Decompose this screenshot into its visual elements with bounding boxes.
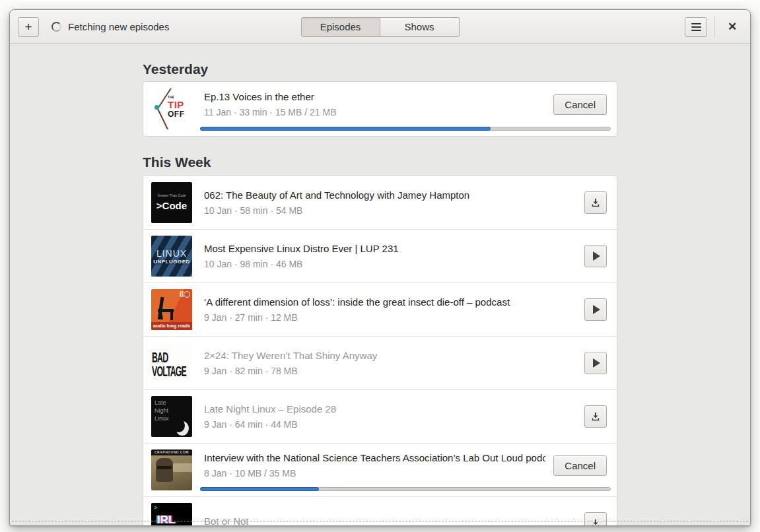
episode-meta: 9 Jan · 82 min · 78 MB [204, 366, 576, 376]
crescent-moon-icon [173, 417, 189, 436]
play-button[interactable] [584, 245, 607, 267]
artwork-shape [156, 458, 173, 482]
loading-spinner-icon [52, 22, 61, 32]
section-heading-yesterday: Yesterday [143, 61, 617, 77]
episode-row: (( audio long reads ‘A different dimensi… [143, 283, 617, 336]
episode-row: LINUX UNPLUGGED Most Expensive Linux Dis… [143, 229, 617, 283]
download-progress-bar [200, 127, 611, 131]
cancel-download-button[interactable]: Cancel [553, 455, 607, 476]
episode-meta: 11 Jan · 33 min · 15 MB / 21 MB [204, 107, 545, 117]
artwork-shape [155, 105, 159, 110]
podcast-artwork-linux-unplugged: LINUX UNPLUGGED [151, 236, 192, 277]
episode-meta: 9 Jan · 64 min · 44 MB [204, 419, 576, 430]
this-week-card: Greater Than Code >Code 062: The Beauty … [143, 175, 617, 525]
yesterday-card: THE TIP OFF Ep.13 Voices in the ether 11… [143, 81, 617, 137]
episodes-view: Yesterday THE TIP OFF Ep [10, 44, 750, 525]
artwork-text: Night [155, 407, 169, 415]
view-switcher: Episodes Shows [301, 17, 460, 37]
podcast-artwork-craphound: CRAPHOUND.COM [151, 449, 192, 490]
episode-info: Ep.13 Voices in the ether 11 Jan · 33 mi… [204, 91, 553, 117]
artwork-shape [171, 463, 192, 472]
download-icon [590, 411, 601, 422]
episode-info: 062: The Beauty of Art and Technology wi… [204, 189, 584, 216]
episode-info: Interview with the National Science Teac… [204, 452, 553, 479]
podcast-artwork-greater-than-code: Greater Than Code >Code [151, 182, 192, 223]
episode-info: 2×24: They Weren’t That Shiny Anyway 9 J… [204, 350, 584, 376]
play-icon [593, 358, 600, 368]
download-button[interactable] [584, 512, 607, 525]
artwork-text: VOLTAGE [152, 364, 186, 378]
header-separator [714, 17, 715, 37]
podcast-artwork-late-night-linux: Late Night Linux [151, 396, 192, 437]
artwork-shape [157, 466, 172, 469]
episode-title: ‘A different dimension of loss’: inside … [204, 296, 576, 308]
episode-title: Most Expensive Linux Distro Ever | LUP 2… [204, 243, 576, 254]
podcast-artwork-audio-long-reads: (( audio long reads [151, 289, 192, 330]
tab-shows[interactable]: Shows [380, 17, 460, 37]
artwork-text: Linux [155, 415, 169, 422]
episode-title: 062: The Beauty of Art and Technology wi… [204, 189, 576, 201]
artwork-text: Greater Than Code [158, 193, 186, 197]
episode-row: Late Night Linux Late Night Linux – Epis… [143, 389, 617, 443]
play-button[interactable] [584, 352, 607, 374]
tab-episodes[interactable]: Episodes [301, 17, 380, 37]
episode-row: Greater Than Code >Code 062: The Beauty … [143, 176, 617, 229]
guardian-roundel-icon: (( [180, 291, 190, 298]
artwork-text: Late [155, 399, 169, 407]
header-right-group: ✕ [685, 17, 742, 37]
artwork-shape [170, 311, 173, 320]
artwork-text: OFF [168, 110, 185, 118]
episode-title: Late Night Linux – Episode 28 [204, 403, 576, 415]
status-text: Fetching new episodes [68, 21, 169, 32]
podcast-artwork-irl: > IRL [151, 503, 192, 525]
add-podcast-button[interactable]: + [18, 17, 39, 37]
episode-info: Most Expensive Linux Distro Ever | LUP 2… [204, 243, 584, 269]
progress-fill [200, 127, 491, 131]
hamburger-icon [691, 23, 701, 31]
artwork-text: TIP [168, 100, 185, 110]
podcasts-window: + Fetching new episodes Episodes Shows ✕… [9, 9, 751, 526]
artwork-text: > [154, 504, 157, 511]
artwork-text: CRAPHOUND.COM [151, 449, 192, 455]
episode-meta: 8 Jan · 10 MB / 35 MB [204, 468, 545, 479]
cancel-download-button[interactable]: Cancel [553, 94, 607, 115]
episode-meta: 10 Jan · 98 min · 46 MB [204, 259, 576, 269]
download-icon [590, 518, 601, 525]
podcast-artwork-the-tip-off: THE TIP OFF [151, 88, 192, 129]
download-icon [590, 197, 601, 208]
play-icon [593, 251, 600, 261]
download-progress-bar [200, 487, 611, 491]
episode-row: BAD VOLTAGE 2×24: They Weren’t That Shin… [143, 336, 617, 389]
artwork-text: LINUX [156, 248, 187, 259]
artwork-text: Late Night Linux [155, 399, 169, 422]
artwork-text: UNPLUGGED [153, 259, 190, 265]
progress-fill [200, 487, 319, 491]
episodes-column: Yesterday THE TIP OFF Ep [143, 61, 617, 525]
download-button[interactable] [584, 191, 607, 214]
close-button[interactable]: ✕ [722, 17, 742, 37]
artwork-text: IRL [157, 514, 175, 525]
headerbar: + Fetching new episodes Episodes Shows ✕ [10, 10, 750, 44]
episode-meta: 9 Jan · 27 min · 12 MB [204, 312, 576, 323]
podcast-artwork-bad-voltage: BAD VOLTAGE [151, 343, 192, 383]
play-icon [593, 305, 600, 314]
episode-info: Late Night Linux – Episode 28 9 Jan · 64… [204, 403, 584, 430]
episode-title: Interview with the National Science Teac… [204, 452, 545, 463]
episode-row: THE TIP OFF Ep.13 Voices in the ether 11… [143, 82, 617, 136]
episode-meta: 10 Jan · 58 min · 54 MB [204, 205, 576, 216]
episode-title: Ep.13 Voices in the ether [204, 91, 545, 102]
artwork-text: audio long reads [151, 322, 192, 330]
focus-outline [12, 521, 748, 521]
episode-info: ‘A different dimension of loss’: inside … [204, 296, 584, 323]
menu-button[interactable] [685, 17, 707, 37]
episode-row: CRAPHOUND.COM Interview with the Nationa… [143, 443, 617, 496]
artwork-text: >Code [156, 200, 187, 211]
download-button[interactable] [584, 405, 607, 428]
episode-title: 2×24: They Weren’t That Shiny Anyway [204, 350, 576, 361]
play-button[interactable] [584, 298, 607, 321]
section-heading-this-week: This Week [143, 154, 617, 170]
artwork-text: THE TIP OFF [168, 96, 185, 118]
